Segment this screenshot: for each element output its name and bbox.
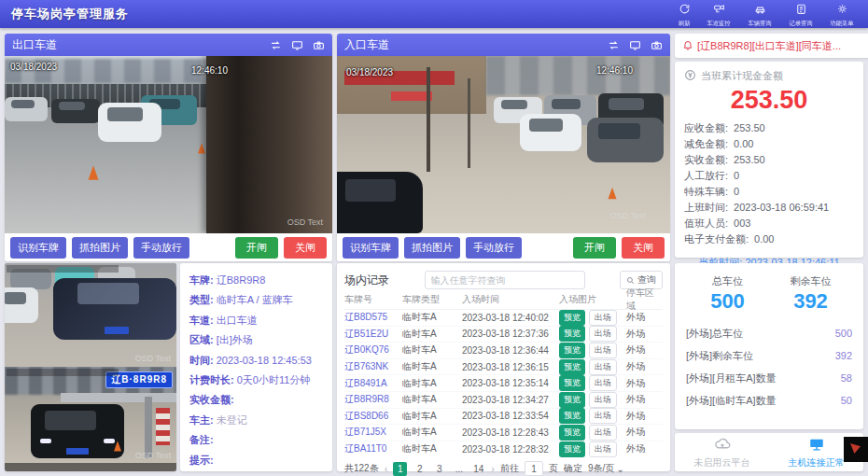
plate-link[interactable]: 辽B8491A <box>344 377 402 390</box>
osd-strip <box>7 369 119 376</box>
exit-button[interactable]: 出场 <box>589 441 617 457</box>
field-label: 应收金额: <box>684 120 728 136</box>
prev-page-icon[interactable]: ‹ <box>385 463 388 474</box>
remaining-spaces: 剩余车位 392 <box>769 274 852 315</box>
entry-lane-video[interactable]: 03/18/2023 12:46:10 OSD Text <box>337 56 670 233</box>
next-page-icon[interactable]: › <box>491 463 495 474</box>
host-status: 主机连接正常 <box>789 436 845 469</box>
plate-link[interactable]: 辽BS8D66 <box>344 410 402 423</box>
topbar-item-record-query[interactable]: 记录查询 <box>788 2 814 27</box>
exit-button[interactable]: 出场 <box>589 392 617 408</box>
open-gate-button[interactable]: 开闸 <box>573 237 616 259</box>
car-shape <box>51 99 100 123</box>
parking-area: 外场 <box>626 311 663 324</box>
exit-button[interactable]: 出场 <box>589 359 617 375</box>
plate-link[interactable]: 辽B51E2U <box>344 328 402 341</box>
shift-field: 应收金额:253.50 <box>684 120 854 136</box>
plate-link[interactable]: 辽B8D575 <box>344 311 402 324</box>
page-number[interactable]: 14 <box>471 462 485 476</box>
parking-stats-panel: 总车位 500 剩余车位 392 [外场]总车位500 [外场]剩余车位392 … <box>675 263 863 429</box>
plate-link[interactable]: 辽B763NK <box>344 360 402 373</box>
preview-button[interactable]: 预览 <box>559 408 585 424</box>
car-shape <box>587 118 664 162</box>
goto-confirm-button[interactable]: 确定 <box>564 462 582 475</box>
per-page-label: 9条/页 <box>588 462 614 475</box>
preview-button[interactable]: 预览 <box>559 375 585 391</box>
exit-button[interactable]: 出场 <box>589 375 617 391</box>
stats-summary: 总车位 500 剩余车位 392 <box>686 274 852 315</box>
search-icon <box>626 276 635 285</box>
close-gate-button[interactable]: 关闸 <box>622 237 665 259</box>
exit-button[interactable]: 出场 <box>589 343 617 358</box>
preview-button[interactable]: 预览 <box>559 310 585 326</box>
preview-button[interactable]: 预览 <box>559 326 585 342</box>
page-number[interactable]: 3 <box>432 462 446 476</box>
goto-page-input[interactable] <box>525 461 543 476</box>
entry-time: 2023-03-18 12:34:27 <box>462 395 559 405</box>
snapshot-entry-image[interactable]: OSD Text <box>5 263 176 367</box>
capture-image-button[interactable]: 抓拍图片 <box>404 237 460 259</box>
field-value: 临时车A / 蓝牌车 <box>217 294 293 305</box>
switch-arrows-icon[interactable] <box>608 39 620 51</box>
preview-button[interactable]: 预览 <box>559 343 585 358</box>
plate-link[interactable]: 辽B0KQ76 <box>344 343 402 357</box>
open-gate-button[interactable]: 开闸 <box>235 237 278 259</box>
page-number[interactable]: 1 <box>393 462 407 476</box>
page-number[interactable]: 2 <box>413 462 427 476</box>
exit-button[interactable]: 出场 <box>589 425 617 441</box>
vehicle-field: 提示: <box>189 451 323 470</box>
snapshot-camera-icon[interactable] <box>313 39 325 51</box>
exit-button[interactable]: 出场 <box>589 310 617 326</box>
stats-row: [外场][月租车A]数量58 <box>686 367 852 389</box>
plate-link[interactable]: 辽BA11T0 <box>344 442 402 455</box>
preview-button[interactable]: 预览 <box>559 441 585 457</box>
topbar-menu: 刷新 车道监控 车辆查询 记录查询 功能菜单 <box>678 2 868 27</box>
exit-lane-actions: 识别车牌 抓拍图片 手动放行 开闸 关闸 <box>5 233 332 261</box>
parking-area: 外场 <box>626 377 663 390</box>
topbar-item-lane-monitor[interactable]: 车道监控 <box>706 2 732 27</box>
osd-strip <box>7 265 119 273</box>
monitor-icon[interactable] <box>291 39 303 51</box>
snapshot-camera-icon[interactable] <box>651 39 663 51</box>
monitor-icon[interactable] <box>629 39 641 51</box>
switch-arrows-icon[interactable] <box>270 39 282 51</box>
topbar-item-vehicle-query[interactable]: 车辆查询 <box>747 2 773 27</box>
topbar-item-refresh[interactable]: 刷新 <box>678 2 691 27</box>
osd-watermark: OSD Text <box>610 211 646 220</box>
field-label: 上班时间: <box>684 200 728 216</box>
plate-link[interactable]: 辽B71J5X <box>344 426 402 439</box>
snapshot-exit-image[interactable]: 辽B·8R9R8 OSD Text <box>5 367 176 471</box>
exit-lane-video[interactable]: 03/18/2023 12:46:10 OSD Text <box>5 56 332 233</box>
plate-type: 临时车A <box>402 442 462 455</box>
car-shape <box>5 97 48 121</box>
page-ellipsis[interactable]: ... <box>452 462 466 476</box>
per-page-select[interactable]: 9条/页⌄ <box>588 462 624 475</box>
preview-button[interactable]: 预览 <box>559 359 585 375</box>
records-search-input[interactable] <box>425 271 585 289</box>
field-value: 2023-03-18 06:59:41 <box>734 200 829 216</box>
recognize-plate-button[interactable]: 识别车牌 <box>343 237 399 259</box>
traffic-cone <box>114 441 121 451</box>
osd-bottom-strip <box>5 463 176 471</box>
car-shape <box>5 287 38 323</box>
osd-watermark: OSD Text <box>287 217 323 227</box>
exit-button[interactable]: 出场 <box>589 408 617 424</box>
vehicle-field: 备注: <box>189 430 323 450</box>
col-header: 车牌号 <box>344 293 402 306</box>
capture-image-button[interactable]: 抓拍图片 <box>72 237 128 259</box>
close-gate-button[interactable]: 关闸 <box>284 237 327 259</box>
field-label: 车牌: <box>189 274 214 286</box>
topbar-item-function-menu[interactable]: 功能菜单 <box>829 2 855 27</box>
manual-release-button[interactable]: 手动放行 <box>133 237 189 259</box>
plate-link[interactable]: 辽B8R9R8 <box>344 393 402 406</box>
canopy <box>61 393 176 402</box>
osd-time: 12:46:10 <box>191 65 228 76</box>
manual-release-button[interactable]: 手动放行 <box>466 237 522 259</box>
preview-button[interactable]: 预览 <box>559 392 585 408</box>
recognize-plate-button[interactable]: 识别车牌 <box>10 237 66 259</box>
exit-button[interactable]: 出场 <box>589 326 617 342</box>
preview-button[interactable]: 预览 <box>559 425 585 441</box>
col-header: 入场时间 <box>462 293 559 306</box>
field-value: 253.50 <box>734 120 765 136</box>
vehicle-field: 类型: 临时车A / 蓝牌车 <box>189 290 323 310</box>
